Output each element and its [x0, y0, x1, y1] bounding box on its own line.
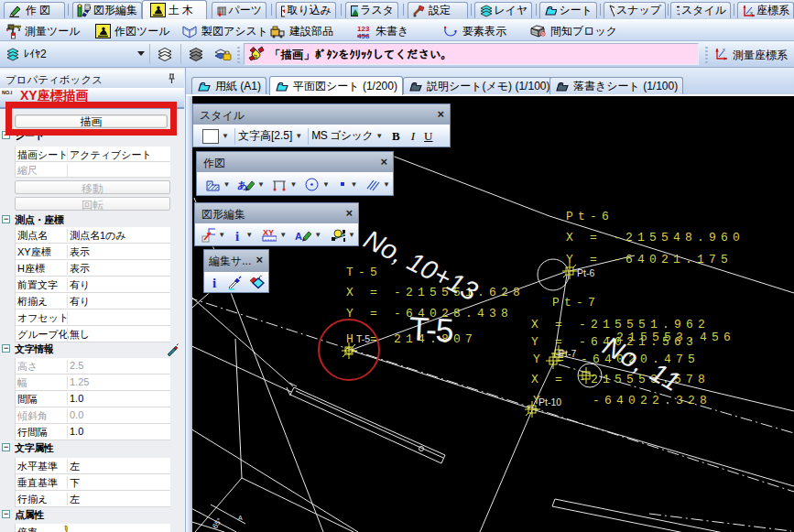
svg-text:T-5: T-5	[408, 309, 454, 349]
svg-text:-64022.328: -64022.328	[593, 394, 712, 407]
svg-text:Pt-7: Pt-7	[552, 296, 600, 309]
svg-text:X = -215551.962: X = -215551.962	[531, 318, 710, 331]
svg-text:i: i	[212, 276, 216, 290]
svg-text:Pt-6: Pt-6	[577, 267, 594, 278]
svg-text:A: A	[295, 231, 302, 242]
svg-text:A: A	[238, 515, 243, 521]
svg-text:i: i	[235, 229, 239, 244]
svg-text:Pt-7: Pt-7	[559, 348, 576, 359]
svg-text:Pt-6: Pt-6	[566, 210, 614, 223]
svg-text:あ: あ	[237, 179, 247, 190]
svg-text:T-5: T-5	[356, 333, 370, 344]
svg-text:Pt-10: Pt-10	[538, 396, 561, 407]
svg-text:X = -215548.960: X = -215548.960	[566, 231, 745, 244]
svg-text:T-5: T-5	[346, 266, 382, 279]
svg-text:x: x	[723, 47, 725, 52]
svg-text:Y = -64021.175: Y = -64021.175	[566, 253, 733, 266]
svg-text:x: x	[750, 10, 753, 16]
